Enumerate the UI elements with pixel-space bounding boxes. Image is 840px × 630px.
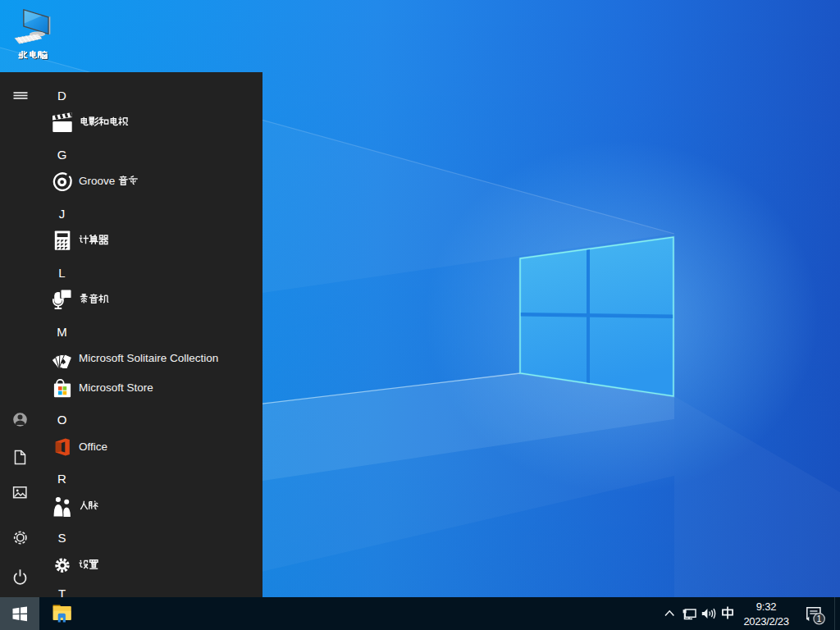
- svg-text:1: 1: [817, 614, 822, 623]
